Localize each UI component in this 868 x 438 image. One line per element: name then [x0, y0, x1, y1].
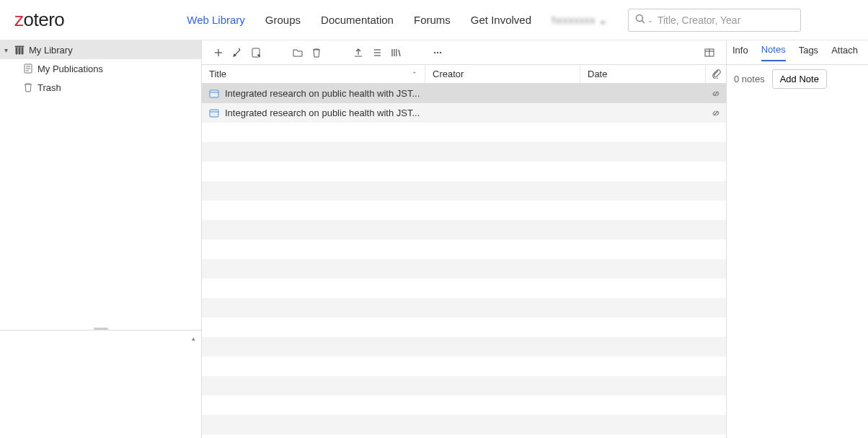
- export-button[interactable]: [350, 45, 366, 61]
- empty-row: [202, 220, 726, 240]
- main-nav: Web Library Groups Documentation Forums …: [187, 14, 531, 26]
- tab-attachments[interactable]: Attach: [831, 45, 858, 61]
- column-label: Date: [588, 69, 607, 79]
- item-title: Integrated research on public health wit…: [222, 88, 706, 99]
- document-icon: [22, 63, 35, 74]
- nav-web-library[interactable]: Web Library: [187, 14, 245, 26]
- add-note-button[interactable]: Add Note: [772, 69, 827, 89]
- sidebar-item-trash[interactable]: Trash: [0, 78, 201, 97]
- items-pane: Title ⌃ Creator Date Integrated research…: [202, 40, 727, 438]
- add-by-identifier-button[interactable]: [229, 45, 245, 61]
- add-note-button[interactable]: [248, 45, 264, 61]
- trash-icon: [22, 82, 35, 93]
- empty-row: [202, 415, 726, 434]
- column-label: Creator: [433, 69, 464, 79]
- library-tree: ▾ My Library My Publications Trash: [0, 40, 201, 97]
- notes-bar: 0 notes Add Note: [727, 65, 868, 92]
- create-bibliography-button[interactable]: [388, 45, 404, 61]
- sidebar-item-label: My Library: [29, 45, 73, 56]
- column-creator[interactable]: Creator: [425, 65, 580, 83]
- sidebar-item-my-library[interactable]: ▾ My Library: [0, 40, 201, 59]
- chevron-down-icon: ⌄: [647, 17, 653, 24]
- column-title[interactable]: Title ⌃: [202, 65, 425, 83]
- add-to-collection-button[interactable]: [290, 45, 306, 61]
- chevron-down-icon: ⌄: [598, 14, 608, 27]
- create-citation-button[interactable]: [369, 45, 385, 61]
- empty-row: [202, 240, 726, 259]
- svg-point-0: [636, 15, 642, 22]
- empty-row: [202, 298, 726, 317]
- chevron-down-icon: ▾: [4, 46, 13, 54]
- empty-row: [202, 395, 726, 415]
- column-attachment[interactable]: [706, 65, 726, 83]
- tab-info[interactable]: Info: [732, 45, 748, 61]
- svg-rect-25: [210, 90, 218, 97]
- tab-notes[interactable]: Notes: [761, 44, 786, 61]
- svg-point-19: [434, 51, 435, 53]
- items-toolbar: [202, 40, 726, 65]
- user-label: hxxxxxxx: [552, 14, 595, 26]
- empty-row: [202, 279, 726, 298]
- empty-row: [202, 376, 726, 395]
- webpage-icon: [206, 108, 222, 119]
- column-date[interactable]: Date: [580, 65, 706, 83]
- nav-documentation[interactable]: Documentation: [321, 14, 394, 26]
- sidebar-item-label: My Publications: [37, 63, 103, 74]
- column-picker-button[interactable]: [701, 45, 717, 61]
- app-header: zotero Web Library Groups Documentation …: [0, 0, 868, 40]
- empty-row: [202, 356, 726, 376]
- tag-selector: ▴: [0, 330, 201, 438]
- item-row[interactable]: Integrated research on public health wit…: [202, 103, 726, 123]
- sort-ascending-icon: ⌃: [412, 71, 417, 78]
- empty-row: [202, 337, 726, 356]
- library-icon: [13, 44, 26, 56]
- search-box[interactable]: ⌄: [628, 9, 801, 32]
- sidebar-item-label: Trash: [37, 82, 61, 93]
- logo-z: z: [14, 9, 24, 30]
- empty-row: [202, 317, 726, 337]
- svg-rect-27: [210, 110, 218, 117]
- column-headers: Title ⌃ Creator Date: [202, 65, 726, 84]
- svg-point-20: [437, 51, 438, 53]
- nav-get-involved[interactable]: Get Involved: [471, 14, 531, 26]
- empty-row: [202, 434, 726, 438]
- item-title: Integrated research on public health wit…: [222, 108, 706, 118]
- details-tabs: Info Notes Tags Attach: [727, 40, 868, 65]
- item-row[interactable]: Integrated research on public health wit…: [202, 84, 726, 103]
- empty-row: [202, 162, 726, 181]
- delete-button[interactable]: [309, 45, 324, 61]
- collapse-up-icon[interactable]: ▴: [192, 335, 195, 342]
- svg-point-21: [440, 51, 441, 53]
- webpage-icon: [206, 88, 222, 100]
- sidebar-item-my-publications[interactable]: My Publications: [0, 59, 201, 78]
- main-area: ▾ My Library My Publications Trash: [0, 40, 868, 438]
- sidebar: ▾ My Library My Publications Trash: [0, 40, 202, 438]
- user-menu[interactable]: hxxxxxxx ⌄: [552, 14, 608, 27]
- link-icon: [706, 108, 726, 119]
- column-label: Title: [209, 69, 226, 79]
- svg-line-1: [642, 21, 645, 24]
- items-list: Integrated research on public health wit…: [202, 84, 726, 438]
- empty-row: [202, 259, 726, 279]
- attachment-icon: [710, 67, 722, 81]
- logo-rest: otero: [24, 9, 65, 30]
- nav-forums[interactable]: Forums: [414, 14, 451, 26]
- search-icon: [634, 13, 646, 27]
- logo[interactable]: zotero: [14, 9, 64, 31]
- empty-row: [202, 201, 726, 220]
- more-button[interactable]: [430, 45, 446, 61]
- tab-tags[interactable]: Tags: [799, 45, 818, 61]
- svg-line-18: [399, 50, 400, 56]
- empty-row: [202, 181, 726, 201]
- notes-count: 0 notes: [734, 74, 765, 84]
- nav-groups[interactable]: Groups: [265, 14, 301, 26]
- link-icon: [706, 88, 726, 100]
- empty-row: [202, 142, 726, 162]
- search-input[interactable]: [657, 14, 794, 26]
- add-item-button[interactable]: [211, 45, 226, 61]
- drag-handle[interactable]: [94, 328, 108, 330]
- details-pane: Info Notes Tags Attach 0 notes Add Note: [727, 40, 868, 438]
- empty-row: [202, 123, 726, 142]
